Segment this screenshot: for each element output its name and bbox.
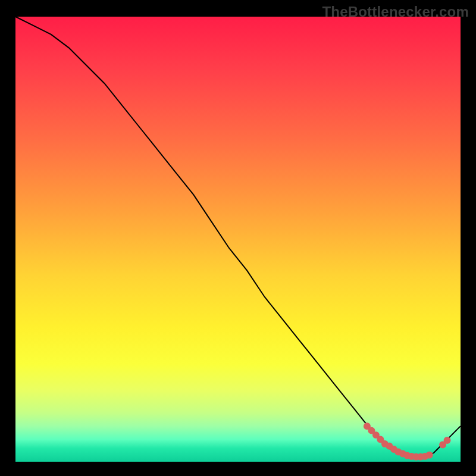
bottleneck-curve-path [15,17,461,458]
chart-frame: TheBottlenecker.com [0,0,476,476]
curve-marker [444,437,451,444]
curve-svg [15,17,461,462]
curve-marker [426,452,433,459]
marker-group [364,422,451,461]
plot-area [15,17,461,462]
